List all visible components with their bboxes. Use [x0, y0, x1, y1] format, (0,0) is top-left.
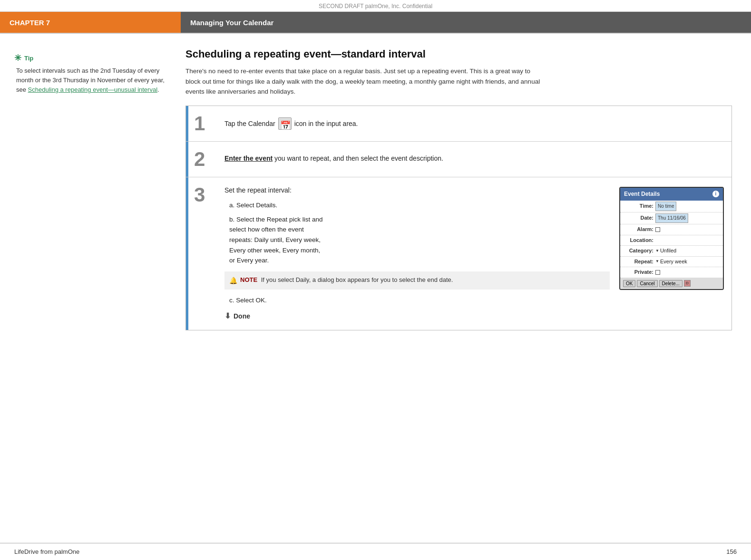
section-title: Scheduling a repeating event—standard in… [185, 48, 732, 60]
ed-private-checkbox[interactable] [655, 270, 660, 275]
set-repeat-label: Set the repeat interval: [224, 185, 610, 195]
ed-delete-button[interactable]: Delete... [659, 280, 683, 287]
section-intro: There's no need to re-enter events that … [185, 66, 547, 97]
tip-header: ✳ Tip [14, 53, 166, 63]
step-2-number: 2 [188, 142, 222, 177]
step-1: 1 Tap the Calendar icon in the input are… [186, 106, 731, 142]
page-footer: LifeDrive from palmOne 156 [0, 543, 751, 560]
watermark: SECOND DRAFT palmOne, Inc. Confidential [0, 0, 751, 12]
ed-buttons: OK Cancel Delete... D [620, 278, 723, 289]
sidebar: ✳ Tip To select intervals such as the 2n… [0, 48, 181, 330]
step-1-content: Tap the Calendar icon in the input area. [222, 106, 731, 141]
tip-label: Tip [24, 55, 33, 62]
step-3: 3 Set the repeat interval: a. Select Det… [186, 177, 731, 330]
done-label: Done [234, 311, 250, 321]
ed-cancel-button[interactable]: Cancel [637, 280, 657, 287]
step-2-text: Enter the event you want to repeat, and … [224, 149, 724, 167]
ed-ok-button[interactable]: OK [623, 280, 635, 287]
step-3-content: Set the repeat interval: a. Select Detai… [222, 177, 731, 330]
sub-step-b: b. Select the Repeat pick list and selec… [224, 214, 610, 266]
step-2: 2 Enter the event you want to repeat, an… [186, 142, 731, 177]
tip-box: ✳ Tip To select intervals such as the 2n… [14, 48, 166, 95]
ed-category-label: Category: [624, 247, 653, 255]
ed-repeat-arrow-icon: ▼ [655, 259, 659, 265]
done-arrow-icon: ⬇ [224, 310, 231, 322]
main-content: ✳ Tip To select intervals such as the 2n… [0, 34, 751, 330]
footer-right: 156 [726, 548, 737, 555]
sub-step-a: a. Select Details. [224, 200, 610, 211]
ed-time-label: Time: [624, 202, 653, 211]
step-3-number: 3 [188, 177, 222, 330]
ed-location-row: Location: [620, 235, 723, 246]
ed-info-icon: i [712, 191, 719, 197]
steps-container: 1 Tap the Calendar icon in the input are… [185, 106, 732, 330]
tip-star-icon: ✳ [14, 53, 21, 63]
tip-text: To select intervals such as the 2nd Tues… [14, 66, 166, 95]
done-line: ⬇ Done [224, 310, 610, 322]
ed-alarm-checkbox[interactable] [655, 227, 660, 232]
ed-alarm-row: Alarm: [620, 224, 723, 235]
content-area: Scheduling a repeating event—standard in… [181, 48, 751, 330]
step-3-left: Set the repeat interval: a. Select Detai… [224, 185, 610, 322]
ed-location-label: Location: [624, 236, 653, 245]
ed-date-value: Thu 11/16/06 [655, 213, 688, 223]
ed-repeat-label: Repeat: [624, 258, 653, 266]
ed-time-row: Time: No time [620, 201, 723, 212]
note-label: NOTE [240, 276, 257, 283]
ed-repeat-row: Repeat: ▼ Every week [620, 257, 723, 268]
note-box: 🔔 NOTE If you select Daily, a dialog box… [224, 271, 610, 290]
chapter-title: Managing Your Calendar [181, 12, 751, 33]
ed-private-label: Private: [624, 268, 653, 277]
step-2-content: Enter the event you want to repeat, and … [222, 142, 731, 177]
event-details-panel: Event Details i Time: No time Date: Thu … [619, 185, 724, 322]
calendar-icon [278, 117, 292, 130]
ed-repeat-dropdown[interactable]: ▼ Every week [655, 258, 687, 266]
event-details-device: Event Details i Time: No time Date: Thu … [619, 187, 724, 290]
step-1-text: Tap the Calendar icon in the input area. [224, 114, 724, 134]
ed-category-row: Category: ▼ Unfiled [620, 246, 723, 257]
ed-category-dropdown[interactable]: ▼ Unfiled [655, 247, 676, 255]
tip-link[interactable]: Scheduling a repeating event—unusual int… [28, 86, 157, 93]
chapter-label: CHAPTER 7 [0, 12, 181, 33]
ed-private-row: Private: [620, 267, 723, 278]
ed-time-value: No time [655, 202, 676, 211]
ed-extra-icon: D [684, 280, 691, 287]
chapter-header: CHAPTER 7 Managing Your Calendar [0, 12, 751, 34]
ed-date-row: Date: Thu 11/16/06 [620, 212, 723, 224]
sub-step-c: c. Select OK. [224, 295, 610, 306]
step-3-body: Set the repeat interval: a. Select Detai… [224, 185, 724, 322]
footer-left: LifeDrive from palmOne [14, 548, 79, 555]
note-icon: 🔔 [229, 276, 237, 286]
ed-titlebar: Event Details i [620, 188, 723, 201]
step-1-number: 1 [188, 106, 222, 141]
ed-category-arrow-icon: ▼ [655, 248, 659, 254]
ed-alarm-label: Alarm: [624, 225, 653, 234]
ed-date-label: Date: [624, 214, 653, 222]
step-2-bold: Enter the event [224, 154, 273, 162]
